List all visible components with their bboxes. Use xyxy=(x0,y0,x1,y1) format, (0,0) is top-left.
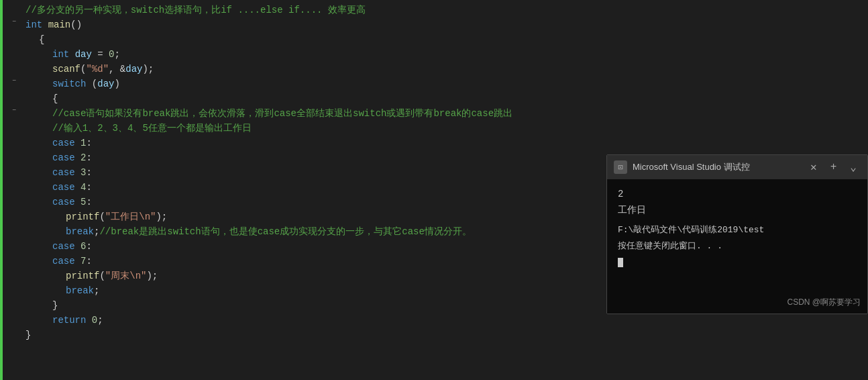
line-content: //输入1、2、3、4、5任意一个都是输出工作日 xyxy=(23,121,868,136)
code-token: break xyxy=(66,226,94,237)
code-token: ; xyxy=(114,49,119,60)
code-token: return xyxy=(52,315,86,326)
code-line: { xyxy=(3,91,868,106)
terminal-menu-button[interactable]: ⌄ xyxy=(846,160,861,174)
code-token xyxy=(69,49,74,60)
code-token: //多分支的另一种实现，switch选择语句，比if ....else if..… xyxy=(25,5,366,15)
watermark: CSDN @啊苏要学习 xyxy=(787,297,861,308)
code-line: −switch (day) xyxy=(3,77,868,91)
code-token: ( xyxy=(99,211,105,222)
line-content: switch (day) xyxy=(23,77,868,91)
code-token: day xyxy=(125,64,142,75)
code-token: 0 xyxy=(92,315,97,326)
code-token: case xyxy=(52,167,75,178)
code-token: ); xyxy=(156,211,167,222)
code-token: { xyxy=(52,93,58,104)
code-line: //输入1、2、3、4、5任意一个都是输出工作日 xyxy=(3,121,868,136)
code-token xyxy=(75,182,80,193)
code-token: case xyxy=(52,256,75,267)
line-content: case 1: xyxy=(23,136,868,150)
code-token: , & xyxy=(109,64,125,75)
code-editor: //多分支的另一种实现，switch选择语句，比if ....else if..… xyxy=(3,0,868,380)
terminal-close-button[interactable]: ✕ xyxy=(806,160,821,174)
terminal-icon: ⊡ xyxy=(614,160,627,174)
code-token: : xyxy=(86,167,91,178)
line-content: //case语句如果没有break跳出，会依次滑落，滑到case全部结束退出sw… xyxy=(23,106,868,121)
code-token: case xyxy=(52,241,75,252)
line-content: { xyxy=(23,32,868,47)
code-line: −//case语句如果没有break跳出，会依次滑落，滑到case全部结束退出s… xyxy=(3,106,868,121)
fold-button[interactable]: − xyxy=(9,77,19,86)
code-token: : xyxy=(86,152,91,163)
fold-button[interactable]: − xyxy=(9,106,19,115)
terminal-title: Microsoft Visual Studio 调试控 xyxy=(633,161,801,173)
terminal-body: 2 工作日 F:\敲代码文件\代码训练2019\test 按任意键关闭此窗口. … xyxy=(607,179,867,314)
code-token: : xyxy=(86,197,91,207)
code-token: () xyxy=(70,19,82,30)
code-line: int day = 0; xyxy=(3,47,868,62)
code-token: day xyxy=(75,49,92,60)
code-token xyxy=(75,138,80,148)
code-token: scanf xyxy=(52,64,80,75)
code-token: case xyxy=(52,197,75,207)
terminal-window: ⊡ Microsoft Visual Studio 调试控 ✕ + ⌄ 2 工作… xyxy=(606,154,868,314)
code-token: //输入1、2、3、4、5任意一个都是输出工作日 xyxy=(52,123,252,134)
gutter: − xyxy=(3,106,23,115)
code-token: case xyxy=(52,138,75,148)
code-token: = xyxy=(92,49,109,60)
code-token xyxy=(75,241,80,252)
code-token: : xyxy=(86,241,91,252)
code-line: //多分支的另一种实现，switch选择语句，比if ....else if..… xyxy=(3,3,868,17)
code-token: } xyxy=(52,300,58,311)
code-token xyxy=(75,167,80,178)
code-token: day xyxy=(97,79,114,89)
code-token xyxy=(75,256,80,267)
code-token: "工作日\n" xyxy=(105,211,156,222)
code-token: ( xyxy=(99,271,105,281)
code-token: switch xyxy=(52,79,86,89)
code-token: break xyxy=(66,285,94,296)
line-content: return 0; xyxy=(23,313,868,328)
code-token: : xyxy=(86,138,91,148)
line-content: { xyxy=(23,91,868,106)
code-token: ( xyxy=(86,79,97,89)
code-line: } xyxy=(3,328,868,342)
code-line: return 0; xyxy=(3,313,868,328)
code-token: ); xyxy=(146,271,158,281)
code-token: ) xyxy=(114,79,119,89)
terminal-output-1: 2 xyxy=(618,187,857,201)
code-token: int xyxy=(52,49,69,60)
fold-button[interactable]: − xyxy=(9,17,19,27)
code-token: } xyxy=(25,330,31,340)
line-content: int main() xyxy=(23,17,868,32)
terminal-prompt: 按任意键关闭此窗口. . . xyxy=(618,240,857,253)
code-token xyxy=(86,315,91,326)
code-token: : xyxy=(86,256,91,267)
code-line: −int main() xyxy=(3,17,868,32)
code-token: main xyxy=(48,19,71,30)
code-token: //case语句如果没有break跳出，会依次滑落，滑到case全部结束退出sw… xyxy=(52,108,512,119)
code-token: "周末\n" xyxy=(105,271,147,281)
code-token: printf xyxy=(66,271,99,281)
code-line: { xyxy=(3,32,868,47)
code-token xyxy=(75,197,80,207)
code-token: { xyxy=(39,34,44,45)
terminal-output-2: 工作日 xyxy=(618,203,857,217)
line-content: } xyxy=(23,328,868,342)
code-token xyxy=(75,152,80,163)
code-token: ; xyxy=(94,285,99,296)
code-token: : xyxy=(86,182,91,193)
line-content: int day = 0; xyxy=(23,47,868,62)
code-token: ); xyxy=(142,64,154,75)
code-token: case xyxy=(52,182,75,193)
terminal-add-button[interactable]: + xyxy=(826,161,841,173)
line-content: scanf("%d", &day); xyxy=(23,62,868,77)
code-token: printf xyxy=(66,211,99,222)
gutter: − xyxy=(3,17,23,27)
code-token: int xyxy=(25,19,42,30)
code-line: case 1: xyxy=(3,136,868,150)
terminal-titlebar: ⊡ Microsoft Visual Studio 调试控 ✕ + ⌄ xyxy=(607,155,867,179)
terminal-path: F:\敲代码文件\代码训练2019\test xyxy=(618,224,857,237)
gutter: − xyxy=(3,77,23,86)
code-token: "%d" xyxy=(86,64,109,75)
